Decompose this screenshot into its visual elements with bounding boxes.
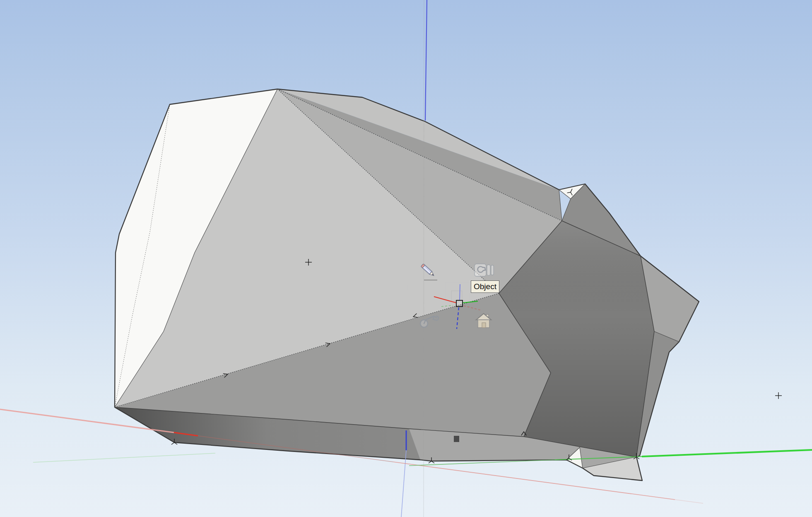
green-axis-pale [33, 453, 215, 462]
blue-axis-lower [401, 450, 406, 517]
model-viewport[interactable]: Object [0, 0, 812, 517]
blue-axis-top [425, 0, 427, 121]
polyhedron-faces[interactable] [115, 89, 699, 481]
scene-canvas[interactable] [0, 0, 812, 517]
red-axis-fade [675, 500, 703, 503]
selection-handle [454, 436, 459, 442]
crosshair-marker [775, 392, 782, 399]
inference-tooltip: Object [471, 280, 499, 293]
green-axis-bright [642, 450, 812, 457]
